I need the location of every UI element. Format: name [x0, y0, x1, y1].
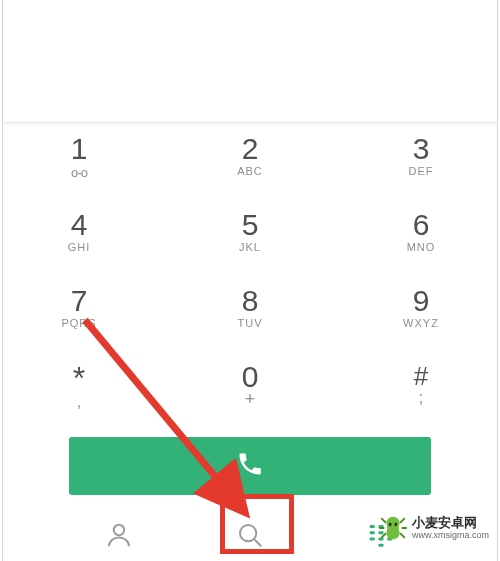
dialpad-icon [366, 520, 396, 554]
keypad-row: 1 o-o 2 ABC 3 DEF [39, 127, 461, 203]
key-letters: DEF [381, 165, 461, 177]
keypad-row: * , 0 + # ; [39, 355, 461, 431]
key-letters: PQRS [39, 317, 119, 329]
person-icon [104, 520, 134, 554]
dialpad-tab[interactable] [361, 517, 401, 557]
key-letters: GHI [39, 241, 119, 253]
svg-rect-5 [387, 525, 392, 528]
phone-screen: 1 o-o 2 ABC 3 DEF 4 GHI 5 JKL 6 [2, 0, 498, 561]
key-digit: 5 [210, 209, 290, 241]
svg-rect-11 [387, 538, 392, 541]
key-plus: + [210, 389, 290, 410]
svg-rect-12 [379, 544, 384, 547]
key-digit: 1 [39, 133, 119, 165]
key-2[interactable]: 2 ABC [210, 127, 290, 177]
key-sub-symbol: ; [381, 389, 461, 407]
svg-point-0 [114, 525, 125, 536]
svg-rect-4 [379, 525, 384, 528]
key-4[interactable]: 4 GHI [39, 203, 119, 253]
key-3[interactable]: 3 DEF [381, 127, 461, 177]
key-hash[interactable]: # ; [381, 355, 461, 407]
key-sub-symbol: , [39, 393, 119, 411]
key-letters: MNO [381, 241, 461, 253]
bottom-tab-bar [39, 509, 461, 561]
search-tab[interactable] [230, 517, 270, 557]
key-digit: 2 [210, 133, 290, 165]
key-symbol: * [39, 361, 119, 395]
key-digit: 6 [381, 209, 461, 241]
search-icon [235, 520, 265, 554]
phone-icon [236, 450, 264, 482]
key-star[interactable]: * , [39, 355, 119, 411]
dialed-number-display [3, 0, 497, 123]
voicemail-icon: o-o [39, 165, 119, 180]
svg-rect-6 [370, 531, 375, 534]
call-button[interactable] [69, 437, 431, 495]
key-letters: TUV [210, 317, 290, 329]
dial-keypad: 1 o-o 2 ABC 3 DEF 4 GHI 5 JKL 6 [3, 123, 497, 561]
key-letters: WXYZ [381, 317, 461, 329]
key-0[interactable]: 0 + [210, 355, 290, 410]
contacts-tab[interactable] [99, 517, 139, 557]
key-digit: 3 [381, 133, 461, 165]
key-digit: 8 [210, 285, 290, 317]
svg-point-1 [240, 525, 256, 541]
keypad-row: 4 GHI 5 JKL 6 MNO [39, 203, 461, 279]
key-7[interactable]: 7 PQRS [39, 279, 119, 329]
key-1[interactable]: 1 o-o [39, 127, 119, 180]
svg-rect-8 [387, 531, 392, 534]
key-symbol: # [381, 361, 461, 391]
svg-rect-10 [379, 538, 384, 541]
key-8[interactable]: 8 TUV [210, 279, 290, 329]
key-digit: 4 [39, 209, 119, 241]
svg-rect-9 [370, 538, 375, 541]
key-digit: 9 [381, 285, 461, 317]
key-9[interactable]: 9 WXYZ [381, 279, 461, 329]
svg-rect-3 [370, 525, 375, 528]
keypad-row: 7 PQRS 8 TUV 9 WXYZ [39, 279, 461, 355]
key-letters: ABC [210, 165, 290, 177]
key-6[interactable]: 6 MNO [381, 203, 461, 253]
svg-rect-7 [379, 531, 384, 534]
key-5[interactable]: 5 JKL [210, 203, 290, 253]
key-letters: JKL [210, 241, 290, 253]
svg-line-2 [254, 539, 261, 546]
key-digit: 7 [39, 285, 119, 317]
